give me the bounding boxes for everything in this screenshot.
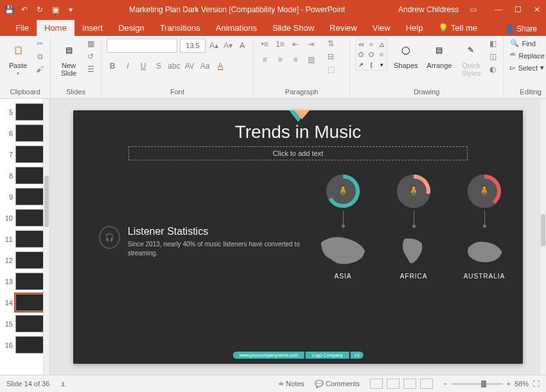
slide-thumb[interactable]: 9 xyxy=(0,186,49,207)
align-text-icon[interactable]: ⊟ xyxy=(326,51,336,62)
tab-file[interactable]: File xyxy=(8,20,37,36)
fit-window-icon[interactable]: ⛶ xyxy=(533,380,540,388)
indent-dec-icon[interactable]: ⇤ xyxy=(290,38,301,50)
slide-thumb[interactable]: 10 xyxy=(0,207,49,228)
font-name-input[interactable] xyxy=(107,38,177,53)
numbering-icon[interactable]: 1≡ xyxy=(274,38,286,50)
columns-icon[interactable]: ▥ xyxy=(305,54,317,65)
region-asia[interactable]: 🧍 ASIA xyxy=(311,175,375,280)
slide-thumb[interactable]: 16 xyxy=(0,334,49,355)
font-color-icon[interactable]: A xyxy=(215,60,226,72)
increase-font-icon[interactable]: A▴ xyxy=(208,40,220,51)
zoom-slider[interactable] xyxy=(452,383,503,385)
redo-icon[interactable]: ↻ xyxy=(35,4,45,15)
new-slide-button[interactable]: ▤ New Slide xyxy=(56,38,82,78)
slide-thumb[interactable]: 7 xyxy=(0,144,49,165)
find-button[interactable]: 🔍Find xyxy=(509,38,536,48)
slide-thumb[interactable]: 11 xyxy=(0,228,49,250)
reset-icon[interactable]: ↺ xyxy=(85,51,96,62)
undo-icon[interactable]: ↶ xyxy=(19,4,30,15)
slide-thumb[interactable]: 5 xyxy=(0,101,49,123)
spacing-icon[interactable]: AV xyxy=(184,60,195,72)
slide-thumb[interactable]: 12 xyxy=(0,250,49,271)
format-painter-icon[interactable]: 🖌 xyxy=(35,64,45,74)
ribbon-options-icon[interactable]: ▭ xyxy=(468,4,478,15)
comments-button[interactable]: 💬 Comments xyxy=(315,380,360,388)
tab-animations[interactable]: Animations xyxy=(208,20,265,36)
indent-inc-icon[interactable]: ⇥ xyxy=(305,38,317,50)
spellcheck-icon[interactable]: ⫫ xyxy=(60,380,67,388)
zoom-out-icon[interactable]: − xyxy=(443,380,447,388)
cut-icon[interactable]: ✂ xyxy=(35,38,45,49)
close-icon[interactable]: ✕ xyxy=(532,4,542,15)
title-bar: 💾 ↶ ↻ ▣ ▾ Marketing Plan Dark Version [C… xyxy=(0,0,546,19)
smartart-icon[interactable]: ⬚ xyxy=(326,64,336,74)
bullets-icon[interactable]: •≡ xyxy=(259,38,270,50)
canvas-scrollbar[interactable] xyxy=(540,99,546,375)
text-direction-icon[interactable]: ⇅ xyxy=(326,38,336,49)
group-drawing: ▭○△ ⬠⬡☆ ↗{▾ ◯Shapes ▤Arrange ✎Quick Styl… xyxy=(350,36,504,98)
italic-button[interactable]: I xyxy=(122,60,134,72)
align-right-icon[interactable]: ≡ xyxy=(290,54,301,65)
tab-slideshow[interactable]: Slide Show xyxy=(265,20,322,36)
region-africa[interactable]: 🧍 AFRICA xyxy=(382,175,446,280)
slide-title[interactable]: Trends in Music xyxy=(73,122,523,142)
case-icon[interactable]: Aa xyxy=(199,60,211,72)
tab-tellme[interactable]: 💡 Tell me xyxy=(430,20,485,36)
paste-button[interactable]: 📋 Paste ▾ xyxy=(5,38,31,78)
thumbnail-scrollbar[interactable] xyxy=(43,99,49,375)
slideshow-view-icon[interactable] xyxy=(420,379,433,389)
tab-design[interactable]: Design xyxy=(110,20,152,36)
slide-thumb[interactable]: 14 xyxy=(0,292,49,313)
minimize-icon[interactable]: — xyxy=(493,4,504,15)
slide-thumb[interactable]: 6 xyxy=(0,123,49,144)
tab-review[interactable]: Review xyxy=(322,20,365,36)
align-center-icon[interactable]: ≡ xyxy=(274,54,286,65)
slide-footer: www.yourcompanyname.com Logo Company 14 xyxy=(233,352,364,359)
tab-view[interactable]: View xyxy=(365,20,398,36)
select-button[interactable]: ▻Select ▾ xyxy=(509,63,545,72)
share-button[interactable]: 👤 Share xyxy=(505,24,537,33)
tab-transitions[interactable]: Transitions xyxy=(152,20,208,36)
maximize-icon[interactable]: ☐ xyxy=(513,4,523,15)
decrease-font-icon[interactable]: A▾ xyxy=(222,40,234,51)
bold-button[interactable]: B xyxy=(107,60,118,72)
notes-button[interactable]: ≐ Notes xyxy=(278,380,304,388)
replace-button[interactable]: ᵃᵇReplace ▾ xyxy=(509,51,546,60)
slide-thumb[interactable]: 8 xyxy=(0,165,49,186)
tab-help[interactable]: Help xyxy=(398,20,431,36)
shadow-button[interactable]: S xyxy=(153,60,164,72)
subtitle-placeholder[interactable]: Click to add text xyxy=(128,146,468,160)
section-icon[interactable]: ☰ xyxy=(85,64,96,74)
start-slideshow-icon[interactable]: ▣ xyxy=(50,4,60,15)
shape-outline-icon[interactable]: ◫ xyxy=(488,51,498,62)
strike-button[interactable]: abc xyxy=(168,60,180,72)
slide-thumb[interactable]: 13 xyxy=(0,271,49,292)
zoom-in-icon[interactable]: + xyxy=(507,380,511,388)
slide[interactable]: Trends in Music Click to add text 🎧 List… xyxy=(73,110,523,364)
shapes-gallery[interactable]: ▭○△ ⬠⬡☆ ↗{▾ xyxy=(355,38,387,71)
tab-insert[interactable]: Insert xyxy=(75,20,111,36)
arrange-button[interactable]: ▤Arrange xyxy=(424,38,454,71)
copy-icon[interactable]: ⧉ xyxy=(35,51,45,62)
shape-fill-icon[interactable]: ◧ xyxy=(488,38,498,49)
listener-stats-block[interactable]: 🎧 Listener Statistics Since 2013, nearly… xyxy=(99,226,311,258)
layout-icon[interactable]: ▦ xyxy=(85,38,96,49)
normal-view-icon[interactable] xyxy=(370,379,383,389)
clear-format-icon[interactable]: A̶ xyxy=(236,40,248,51)
align-left-icon[interactable]: ≡ xyxy=(259,54,270,65)
region-australia[interactable]: 🧍 AUSTRALIA xyxy=(452,175,516,280)
quick-styles-button[interactable]: ✎Quick Styles xyxy=(458,38,484,78)
shape-effects-icon[interactable]: ◐ xyxy=(488,64,498,74)
shapes-button[interactable]: ◯Shapes xyxy=(391,38,420,71)
region-label: ASIA xyxy=(311,273,375,280)
qat-dropdown-icon[interactable]: ▾ xyxy=(66,4,76,15)
sorter-view-icon[interactable] xyxy=(387,379,400,389)
underline-button[interactable]: U xyxy=(137,60,149,72)
save-icon[interactable]: 💾 xyxy=(4,4,14,15)
reading-view-icon[interactable] xyxy=(403,379,416,389)
zoom-value[interactable]: 58% xyxy=(515,380,529,388)
tab-home[interactable]: Home xyxy=(37,20,75,36)
font-size-input[interactable]: 13.5 xyxy=(180,38,206,53)
slide-thumb[interactable]: 15 xyxy=(0,313,49,334)
